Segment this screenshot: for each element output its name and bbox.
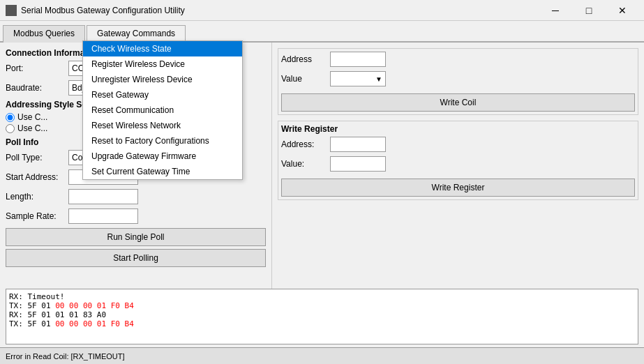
dropdown-item-register-wireless-device[interactable]: Register Wireless Device	[83, 56, 242, 72]
minimize-button[interactable]: ─	[539, 0, 571, 21]
tabs-bar: Modbus Queries Gateway Commands Check Wi…	[0, 21, 644, 43]
write-register-section: Write Register Address: Value: Write Reg…	[278, 121, 638, 200]
dropdown-item-set-current-time[interactable]: Set Current Gateway Time	[83, 164, 242, 179]
tab-modbus-queries[interactable]: Modbus Queries	[3, 25, 85, 43]
maximize-button[interactable]: □	[573, 0, 605, 21]
run-single-poll-button[interactable]: Run Single Poll	[6, 228, 266, 246]
title-bar-controls: ─ □ ✕	[539, 0, 638, 21]
sample-rate-label: Sample Rate:	[6, 211, 68, 221]
port-label: Port:	[6, 63, 68, 73]
poll-type-label: Poll Type:	[6, 153, 68, 162]
write-register-value-label: Value:	[281, 159, 330, 169]
write-register-button[interactable]: Write Register	[281, 179, 635, 197]
write-coil-value-label: Value	[281, 74, 330, 84]
output-line-1: RX: Timeout!	[9, 292, 635, 301]
length-row: Length: 5	[6, 189, 266, 204]
title-bar: Serial Modbus Gateway Configuration Util…	[0, 0, 644, 21]
write-coil-dropdown-arrow: ▼	[375, 75, 382, 83]
write-register-address-row: Address:	[281, 137, 635, 152]
dropdown-item-check-wireless-state[interactable]: Check Wireless State	[83, 41, 242, 56]
write-coil-value-select[interactable]: ▼	[330, 71, 386, 86]
dropdown-item-unregister-wireless-device[interactable]: Unregister Wireless Device	[83, 72, 242, 87]
write-coil-address-label: Address	[281, 54, 330, 64]
length-label: Length:	[6, 192, 68, 202]
sample-rate-input[interactable]: 1000	[68, 208, 138, 224]
status-text: Error in Read Coil: [RX_TIMEOUT]	[6, 352, 125, 361]
write-register-address-input[interactable]	[330, 137, 386, 152]
main-content: Modbus Queries Gateway Commands Check Wi…	[0, 21, 644, 364]
write-register-section-label: Write Register	[281, 124, 635, 134]
write-coil-value-row: Value ▼	[281, 71, 635, 86]
addressing-radio-2[interactable]	[6, 124, 15, 133]
dropdown-item-reset-communication[interactable]: Reset Communication	[83, 103, 242, 118]
write-coil-address-row: Address	[281, 52, 635, 67]
addressing-option2-label: Use C...	[17, 123, 47, 133]
dropdown-item-reset-gateway[interactable]: Reset Gateway	[83, 87, 242, 103]
sample-rate-row: Sample Rate: 1000	[6, 208, 266, 224]
baudrate-label: Baudrate:	[6, 83, 68, 93]
write-register-value-row: Value:	[281, 156, 635, 172]
status-bar: Error in Read Coil: [RX_TIMEOUT]	[0, 347, 644, 364]
output-line-3: RX: 5F 01 01 01 83 A0	[9, 310, 635, 319]
write-register-value-input[interactable]	[330, 156, 386, 172]
close-button[interactable]: ✕	[606, 0, 638, 21]
output-area: RX: Timeout! TX: 5F 01 00 00 00 01 F0 B4…	[6, 289, 638, 344]
length-input[interactable]: 5	[68, 189, 138, 204]
output-line-4: TX: 5F 01 00 00 00 01 F0 B4	[9, 319, 635, 328]
dropdown-item-reset-to-factory[interactable]: Reset to Factory Configurations	[83, 133, 242, 149]
app-icon	[6, 5, 17, 16]
write-coil-section: Address Value ▼ Write Coil	[278, 48, 638, 115]
start-address-label: Start Address:	[6, 172, 68, 182]
output-line-2: TX: 5F 01 00 00 00 01 F0 B4	[9, 301, 635, 310]
write-coil-address-input[interactable]	[330, 52, 386, 67]
addressing-option1-label: Use C...	[17, 112, 47, 122]
write-register-address-label: Address:	[281, 139, 330, 149]
dropdown-item-reset-wireless-network[interactable]: Reset Wireless Network	[83, 118, 242, 133]
write-coil-button[interactable]: Write Coil	[281, 93, 635, 112]
window-title: Serial Modbus Gateway Configuration Util…	[21, 6, 539, 15]
start-polling-button[interactable]: Start Polling	[6, 249, 266, 267]
right-panel: Address Value ▼ Write Coil Write Regist	[272, 43, 644, 289]
addressing-radio-1[interactable]	[6, 113, 15, 122]
dropdown-item-upgrade-firmware[interactable]: Upgrade Gateway Firmware	[83, 149, 242, 164]
gateway-commands-dropdown: Check Wireless State Register Wireless D…	[82, 40, 243, 180]
